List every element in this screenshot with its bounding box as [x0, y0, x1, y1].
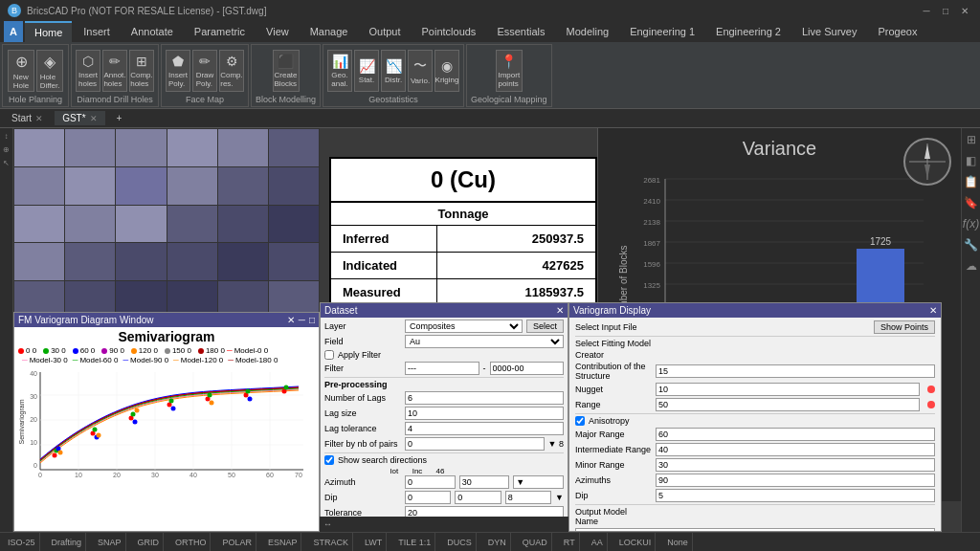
status-ortho[interactable]: ORTHO [171, 533, 211, 551]
tools-icon[interactable]: 🔧 [964, 237, 979, 253]
status-polar[interactable]: POLAR [218, 533, 256, 551]
filter-input[interactable] [405, 362, 479, 375]
vp-dip-input[interactable] [656, 489, 935, 502]
az-val3[interactable] [513, 475, 564, 489]
field-select[interactable]: Au [405, 335, 564, 348]
vp-close[interactable]: ✕ [929, 305, 937, 316]
svg-text:10: 10 [75, 472, 82, 478]
status-quad[interactable]: QUAD [519, 533, 552, 551]
doc-tab-gst[interactable]: GST* ✕ [55, 111, 104, 125]
doc-tab-new[interactable]: + [109, 111, 130, 125]
dip-val2[interactable] [455, 491, 501, 504]
status-lwt[interactable]: LWT [361, 533, 387, 551]
model-icon[interactable]: ⊞ [964, 132, 979, 147]
function-icon[interactable]: f(x) [964, 216, 979, 231]
tab-view[interactable]: View [256, 21, 299, 42]
doc-tab-start[interactable]: Start ✕ [4, 111, 51, 125]
start-tab-close[interactable]: ✕ [35, 114, 43, 123]
intermediate-range-input[interactable] [656, 443, 935, 456]
insert-polygons-button[interactable]: ⬟InsertPoly. [166, 50, 190, 92]
dip-val1[interactable] [405, 491, 451, 504]
output-model-input[interactable] [575, 528, 935, 532]
create-blocks-button[interactable]: ⬛CreateBlocks [273, 50, 300, 92]
import-points-button[interactable]: 📍Importpoints [496, 50, 523, 92]
dialog-close[interactable]: ✕ [556, 305, 564, 316]
dip-val3[interactable] [505, 491, 551, 504]
az-val2[interactable] [459, 475, 510, 489]
tab-pointclouds[interactable]: Pointclouds [412, 21, 486, 42]
vp-azimuths-input[interactable] [656, 474, 935, 487]
new-hole-button[interactable]: ⊕ NewHole [8, 50, 34, 92]
minimize-button[interactable]: ─ [919, 3, 934, 18]
sv-min-btn[interactable]: ─ [299, 315, 305, 325]
status-ducs[interactable]: DUCS [443, 533, 477, 551]
hole-differentiator-button[interactable]: ◈ HoleDiffer. [36, 50, 63, 92]
geostat-analyses-button[interactable]: 📊Geo.anal. [327, 50, 352, 92]
num-lags-input[interactable] [405, 391, 564, 405]
sv-max-btn[interactable]: □ [309, 315, 315, 325]
app-button[interactable]: A [4, 21, 23, 42]
status-grid[interactable]: GRID [134, 533, 165, 551]
anisotropy-checkbox[interactable] [575, 416, 585, 426]
annotate-holes-button[interactable]: ✏Annot.holes [102, 50, 127, 92]
range-input[interactable] [656, 398, 920, 411]
sidebar-pan[interactable]: ↕ [1, 130, 12, 142]
major-range-input[interactable] [656, 428, 935, 441]
status-tile[interactable]: TILE 1:1 [394, 533, 435, 551]
minor-range-input[interactable] [656, 458, 935, 472]
tab-home[interactable]: Home [25, 21, 72, 42]
status-drafting[interactable]: Drafting [48, 533, 87, 551]
tab-eng1[interactable]: Engineering 1 [620, 21, 704, 42]
sidebar-zoom[interactable]: ⊕ [1, 143, 12, 155]
status-aa[interactable]: AA [588, 533, 608, 551]
lag-size-input[interactable] [405, 407, 564, 420]
distribution-button[interactable]: 📉Distr. [381, 50, 406, 92]
tab-output[interactable]: Output [359, 21, 410, 42]
layer-select[interactable]: Composites [405, 320, 523, 333]
status-dyn[interactable]: DYN [484, 533, 511, 551]
tab-insert[interactable]: Insert [74, 21, 120, 42]
apply-filter-checkbox[interactable] [324, 350, 334, 360]
kriging-button[interactable]: ◉Kriging [434, 50, 459, 92]
tab-manage[interactable]: Manage [301, 21, 358, 42]
start-tab-label: Start [11, 113, 32, 123]
status-esnap[interactable]: ESNAP [264, 533, 302, 551]
tab-parametric[interactable]: Parametric [185, 21, 255, 42]
properties-icon[interactable]: 📋 [964, 174, 979, 189]
contribution-input[interactable] [656, 364, 935, 378]
sv-close-btn[interactable]: ✕ [287, 315, 295, 325]
composite-holes-button[interactable]: ⊞Comp.holes [129, 50, 154, 92]
status-coord[interactable]: ISO-25 [4, 533, 40, 551]
nugget-input[interactable] [656, 383, 920, 396]
tab-progeox[interactable]: Progeox [868, 21, 926, 42]
az-val1[interactable] [405, 475, 456, 489]
variogram-button[interactable]: 〜Vario. [408, 50, 433, 92]
status-strack[interactable]: STRACK [309, 533, 353, 551]
tab-modeling[interactable]: Modeling [557, 21, 619, 42]
bookmark-icon[interactable]: 🔖 [964, 195, 979, 210]
show-points-button[interactable]: Show Points [874, 320, 935, 334]
status-snap[interactable]: SNAP [94, 533, 126, 551]
draw-polygons-button[interactable]: ✏DrawPoly. [192, 50, 217, 92]
layers-icon[interactable]: ◧ [964, 153, 979, 168]
show-search-checkbox[interactable] [324, 455, 334, 465]
maximize-button[interactable]: □ [938, 3, 953, 18]
gst-tab-close[interactable]: ✕ [90, 114, 98, 123]
sidebar-select[interactable]: ↖ [1, 157, 12, 168]
tab-live-survey[interactable]: Live Survey [792, 21, 866, 42]
tab-eng2[interactable]: Engineering 2 [706, 21, 791, 42]
close-button[interactable]: ✕ [957, 3, 972, 18]
filter-input2[interactable] [490, 362, 565, 375]
select-button[interactable]: Select [526, 320, 564, 333]
compute-resources-button[interactable]: ⚙Comp.res. [219, 50, 244, 92]
status-none[interactable]: None [663, 533, 693, 551]
cloud-icon[interactable]: ☁ [964, 258, 979, 274]
filter-nb-input[interactable] [405, 437, 545, 451]
tab-essentials[interactable]: Essentials [487, 21, 554, 42]
tab-annotate[interactable]: Annotate [122, 21, 183, 42]
statistics-button[interactable]: 📈Stat. [354, 50, 379, 92]
status-rt[interactable]: RT [560, 533, 580, 551]
status-lockui[interactable]: LOCKUI [615, 533, 657, 551]
lag-tolerance-input[interactable] [405, 422, 564, 435]
insert-holes-button[interactable]: ⬡Insertholes [76, 50, 100, 92]
